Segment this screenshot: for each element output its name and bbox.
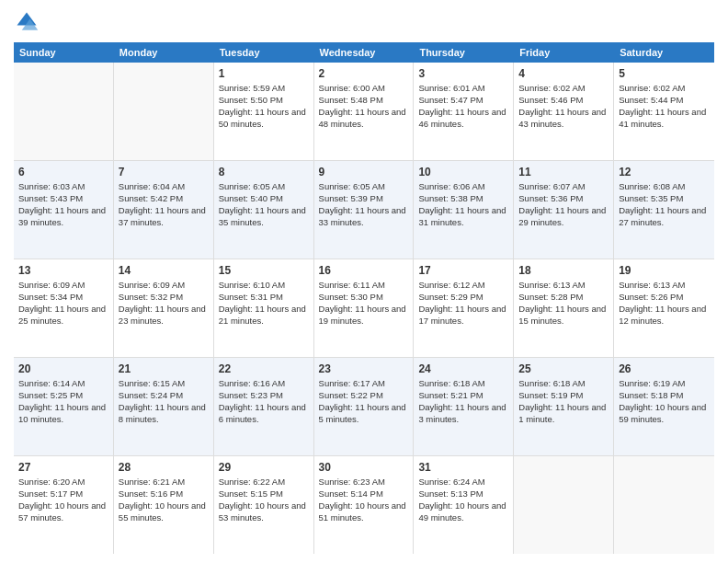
calendar-cell: 30Sunrise: 6:23 AMSunset: 5:14 PMDayligh… (314, 456, 415, 554)
calendar-row-2: 6Sunrise: 6:03 AMSunset: 5:43 PMDaylight… (14, 161, 714, 259)
calendar-row-3: 13Sunrise: 6:09 AMSunset: 5:34 PMDayligh… (14, 259, 714, 358)
day-info: Sunrise: 6:00 AMSunset: 5:48 PMDaylight:… (319, 83, 406, 128)
day-info: Sunrise: 6:16 AMSunset: 5:23 PMDaylight:… (219, 378, 306, 423)
calendar-cell: 8Sunrise: 6:05 AMSunset: 5:40 PMDaylight… (214, 161, 314, 259)
calendar-cell: 22Sunrise: 6:16 AMSunset: 5:23 PMDayligh… (214, 358, 314, 455)
day-number: 20 (18, 362, 108, 376)
calendar-cell: 16Sunrise: 6:11 AMSunset: 5:30 PMDayligh… (314, 259, 415, 357)
day-info: Sunrise: 6:05 AMSunset: 5:39 PMDaylight:… (319, 181, 406, 226)
day-number: 7 (119, 165, 209, 179)
calendar-cell: 25Sunrise: 6:18 AMSunset: 5:19 PMDayligh… (514, 358, 614, 455)
day-info: Sunrise: 6:03 AMSunset: 5:43 PMDaylight:… (18, 181, 106, 226)
calendar-cell: 17Sunrise: 6:12 AMSunset: 5:29 PMDayligh… (414, 259, 514, 357)
day-number: 30 (319, 460, 409, 475)
day-info: Sunrise: 6:18 AMSunset: 5:19 PMDaylight:… (518, 378, 606, 423)
calendar-header: SundayMondayTuesdayWednesdayThursdayFrid… (14, 42, 714, 63)
page: SundayMondayTuesdayWednesdayThursdayFrid… (0, 0, 728, 563)
day-number: 2 (319, 66, 409, 81)
day-number: 14 (119, 263, 209, 278)
day-number: 4 (518, 66, 609, 81)
day-number: 3 (418, 66, 508, 81)
day-info: Sunrise: 6:09 AMSunset: 5:34 PMDaylight:… (18, 280, 106, 325)
weekday-header-thursday: Thursday (414, 42, 514, 63)
day-number: 17 (418, 263, 508, 278)
day-number: 25 (518, 362, 609, 376)
day-number: 29 (219, 460, 309, 475)
day-info: Sunrise: 6:22 AMSunset: 5:15 PMDaylight:… (219, 477, 306, 522)
day-number: 28 (119, 460, 209, 475)
day-number: 1 (219, 66, 309, 81)
calendar-row-5: 27Sunrise: 6:20 AMSunset: 5:17 PMDayligh… (14, 456, 714, 554)
calendar-cell: 12Sunrise: 6:08 AMSunset: 5:35 PMDayligh… (614, 161, 714, 259)
calendar-cell: 3Sunrise: 6:01 AMSunset: 5:47 PMDaylight… (414, 63, 514, 160)
day-number: 23 (319, 362, 409, 376)
calendar-cell: 18Sunrise: 6:13 AMSunset: 5:28 PMDayligh… (514, 259, 614, 357)
day-info: Sunrise: 6:02 AMSunset: 5:44 PMDaylight:… (619, 83, 706, 128)
calendar-cell: 13Sunrise: 6:09 AMSunset: 5:34 PMDayligh… (14, 259, 114, 357)
logo (14, 9, 43, 35)
calendar-cell: 28Sunrise: 6:21 AMSunset: 5:16 PMDayligh… (114, 456, 214, 554)
day-info: Sunrise: 6:04 AMSunset: 5:42 PMDaylight:… (119, 181, 206, 226)
day-number: 11 (518, 165, 609, 179)
calendar-cell: 21Sunrise: 6:15 AMSunset: 5:24 PMDayligh… (114, 358, 214, 455)
day-number: 9 (319, 165, 409, 179)
day-number: 8 (219, 165, 309, 179)
calendar-cell: 26Sunrise: 6:19 AMSunset: 5:18 PMDayligh… (614, 358, 714, 455)
calendar-cell: 14Sunrise: 6:09 AMSunset: 5:32 PMDayligh… (114, 259, 214, 357)
calendar-cell: 11Sunrise: 6:07 AMSunset: 5:36 PMDayligh… (514, 161, 614, 259)
logo-icon (14, 9, 40, 35)
calendar-cell: 6Sunrise: 6:03 AMSunset: 5:43 PMDaylight… (14, 161, 114, 259)
day-number: 16 (319, 263, 409, 278)
day-number: 15 (219, 263, 309, 278)
calendar-cell: 20Sunrise: 6:14 AMSunset: 5:25 PMDayligh… (14, 358, 114, 455)
calendar-cell: 24Sunrise: 6:18 AMSunset: 5:21 PMDayligh… (414, 358, 514, 455)
calendar-cell: 10Sunrise: 6:06 AMSunset: 5:38 PMDayligh… (414, 161, 514, 259)
day-number: 22 (219, 362, 309, 376)
day-info: Sunrise: 6:12 AMSunset: 5:29 PMDaylight:… (418, 280, 506, 325)
day-info: Sunrise: 6:10 AMSunset: 5:31 PMDaylight:… (219, 280, 306, 325)
day-number: 13 (18, 263, 108, 278)
day-number: 5 (619, 66, 710, 81)
weekday-header-saturday: Saturday (614, 42, 714, 63)
day-number: 31 (418, 460, 508, 475)
calendar-body: 1Sunrise: 5:59 AMSunset: 5:50 PMDaylight… (14, 63, 714, 554)
day-info: Sunrise: 6:20 AMSunset: 5:17 PMDaylight:… (18, 477, 106, 522)
weekday-header-sunday: Sunday (14, 42, 114, 63)
calendar-cell: 7Sunrise: 6:04 AMSunset: 5:42 PMDaylight… (114, 161, 214, 259)
calendar-cell: 5Sunrise: 6:02 AMSunset: 5:44 PMDaylight… (614, 63, 714, 160)
day-number: 19 (619, 263, 710, 278)
weekday-header-monday: Monday (114, 42, 214, 63)
day-number: 6 (18, 165, 108, 179)
calendar-cell: 29Sunrise: 6:22 AMSunset: 5:15 PMDayligh… (214, 456, 314, 554)
day-info: Sunrise: 6:21 AMSunset: 5:16 PMDaylight:… (119, 477, 206, 522)
calendar-cell: 9Sunrise: 6:05 AMSunset: 5:39 PMDaylight… (314, 161, 415, 259)
day-info: Sunrise: 6:05 AMSunset: 5:40 PMDaylight:… (219, 181, 306, 226)
day-info: Sunrise: 5:59 AMSunset: 5:50 PMDaylight:… (219, 83, 306, 128)
day-number: 12 (619, 165, 710, 179)
day-info: Sunrise: 6:07 AMSunset: 5:36 PMDaylight:… (518, 181, 606, 226)
day-info: Sunrise: 6:24 AMSunset: 5:13 PMDaylight:… (418, 477, 506, 522)
calendar-cell: 1Sunrise: 5:59 AMSunset: 5:50 PMDaylight… (214, 63, 314, 160)
weekday-header-wednesday: Wednesday (314, 42, 415, 63)
calendar-cell (114, 63, 214, 160)
calendar-cell: 27Sunrise: 6:20 AMSunset: 5:17 PMDayligh… (14, 456, 114, 554)
day-number: 10 (418, 165, 508, 179)
calendar-cell: 2Sunrise: 6:00 AMSunset: 5:48 PMDaylight… (314, 63, 415, 160)
header (14, 9, 714, 35)
weekday-header-friday: Friday (514, 42, 614, 63)
day-info: Sunrise: 6:01 AMSunset: 5:47 PMDaylight:… (418, 83, 506, 128)
day-number: 18 (518, 263, 609, 278)
day-info: Sunrise: 6:11 AMSunset: 5:30 PMDaylight:… (319, 280, 406, 325)
day-number: 26 (619, 362, 710, 376)
weekday-header-tuesday: Tuesday (214, 42, 314, 63)
day-info: Sunrise: 6:19 AMSunset: 5:18 PMDaylight:… (619, 378, 706, 423)
day-info: Sunrise: 6:02 AMSunset: 5:46 PMDaylight:… (518, 83, 606, 128)
calendar-cell: 31Sunrise: 6:24 AMSunset: 5:13 PMDayligh… (414, 456, 514, 554)
day-info: Sunrise: 6:18 AMSunset: 5:21 PMDaylight:… (418, 378, 506, 423)
calendar-cell (514, 456, 614, 554)
day-info: Sunrise: 6:17 AMSunset: 5:22 PMDaylight:… (319, 378, 406, 423)
day-info: Sunrise: 6:13 AMSunset: 5:28 PMDaylight:… (518, 280, 606, 325)
day-info: Sunrise: 6:13 AMSunset: 5:26 PMDaylight:… (619, 280, 706, 325)
day-info: Sunrise: 6:09 AMSunset: 5:32 PMDaylight:… (119, 280, 206, 325)
day-info: Sunrise: 6:23 AMSunset: 5:14 PMDaylight:… (319, 477, 406, 522)
